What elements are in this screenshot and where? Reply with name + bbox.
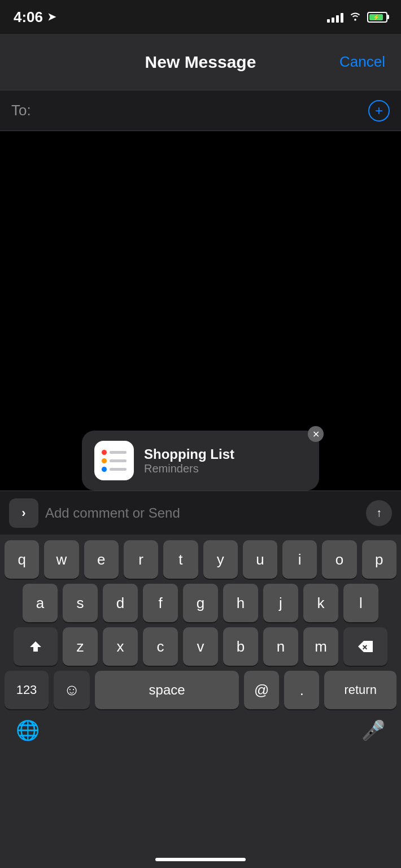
send-button[interactable]: ↑ [366, 500, 392, 526]
globe-key[interactable]: 🌐 [16, 719, 40, 741]
emoji-key[interactable]: ☺ [54, 671, 90, 709]
shift-key[interactable] [14, 627, 58, 666]
share-card-container: Shopping List Reminders ✕ [82, 431, 319, 491]
nav-title: New Message [145, 53, 256, 72]
key-i[interactable]: i [282, 540, 317, 579]
status-icons: ⚡ [327, 11, 387, 24]
send-arrow-icon: ↑ [376, 506, 382, 519]
reminder-line [110, 459, 127, 462]
key-j[interactable]: j [263, 584, 298, 622]
key-n[interactable]: n [263, 627, 298, 666]
reminder-line [110, 451, 127, 454]
key-z[interactable]: z [63, 627, 98, 666]
key-y[interactable]: y [203, 540, 238, 579]
plus-icon: + [375, 103, 383, 119]
share-card-subtitle: Reminders [144, 462, 307, 475]
microphone-key[interactable]: 🎤 [361, 719, 385, 741]
key-r[interactable]: r [124, 540, 158, 579]
close-icon: ✕ [312, 429, 320, 440]
cancel-button[interactable]: Cancel [339, 53, 385, 71]
key-123[interactable]: 123 [5, 671, 49, 709]
blue-dot [102, 467, 107, 472]
chevron-right-icon: › [21, 506, 25, 520]
key-t[interactable]: t [163, 540, 198, 579]
reminders-app-icon [94, 441, 134, 480]
key-a[interactable]: a [23, 584, 58, 622]
home-indicator [155, 858, 246, 861]
globe-icon: 🌐 [16, 719, 40, 741]
key-q[interactable]: q [5, 540, 39, 579]
key-c[interactable]: c [143, 627, 178, 666]
share-card: Shopping List Reminders ✕ [82, 431, 319, 491]
location-icon: ➤ [47, 11, 56, 23]
keyboard-row-3: z x c v b n m [5, 627, 396, 666]
signal-icon [327, 11, 343, 23]
time-display: 4:06 [14, 8, 43, 26]
keyboard-row-2: a s d f g h j k l [5, 584, 396, 622]
to-field: To: + [0, 90, 401, 131]
keyboard: q w e r t y u i o p a s d f g h j k l z … [0, 535, 401, 868]
wifi-icon [349, 11, 361, 24]
share-card-title: Shopping List [144, 446, 307, 462]
key-h[interactable]: h [223, 584, 258, 622]
key-m[interactable]: m [303, 627, 338, 666]
keyboard-row-4: 123 ☺ space @ . return [5, 671, 396, 709]
red-dot [102, 450, 107, 455]
message-input[interactable] [45, 505, 359, 521]
status-bar: 4:06 ➤ ⚡ [0, 0, 401, 34]
reminder-line [110, 468, 127, 471]
return-key[interactable]: return [324, 671, 396, 709]
key-k[interactable]: k [303, 584, 338, 622]
key-v[interactable]: v [183, 627, 218, 666]
nav-bar: New Message Cancel [0, 34, 401, 90]
key-d[interactable]: d [103, 584, 138, 622]
key-u[interactable]: u [243, 540, 277, 579]
microphone-icon: 🎤 [361, 719, 385, 741]
key-f[interactable]: f [143, 584, 178, 622]
input-bar: › ↑ [0, 491, 401, 535]
key-l[interactable]: l [343, 584, 378, 622]
status-time: 4:06 ➤ [14, 8, 56, 26]
key-o[interactable]: o [322, 540, 356, 579]
keyboard-row-1: q w e r t y u i o p [5, 540, 396, 579]
key-x[interactable]: x [103, 627, 138, 666]
share-card-info: Shopping List Reminders [144, 446, 307, 475]
close-share-button[interactable]: ✕ [308, 426, 324, 442]
key-at[interactable]: @ [244, 671, 279, 709]
key-period[interactable]: . [284, 671, 319, 709]
key-w[interactable]: w [44, 540, 79, 579]
key-p[interactable]: p [362, 540, 396, 579]
add-contact-button[interactable]: + [368, 100, 390, 121]
message-body [0, 131, 401, 481]
delete-key[interactable] [343, 627, 387, 666]
orange-dot [102, 458, 107, 463]
key-s[interactable]: s [63, 584, 98, 622]
to-label: To: [11, 102, 31, 119]
space-key[interactable]: space [95, 671, 239, 709]
battery-icon: ⚡ [367, 12, 387, 23]
key-b[interactable]: b [223, 627, 258, 666]
to-input[interactable] [37, 102, 363, 119]
expand-button[interactable]: › [9, 498, 38, 528]
key-e[interactable]: e [84, 540, 119, 579]
key-g[interactable]: g [183, 584, 218, 622]
